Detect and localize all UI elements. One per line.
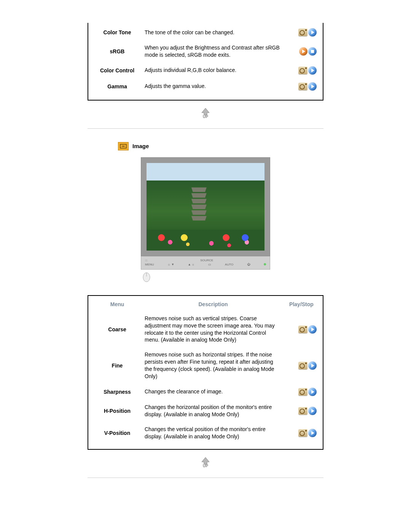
power-button[interactable]: ⏻ (247, 263, 250, 266)
menu-cell: V-Position (92, 422, 142, 444)
monitor-illustration: ::: SOURCE MENU ☼ ▼ ▲ ☼ ▭ AUTO ⏻ (141, 157, 270, 284)
description-cell: The tone of the color can be changed. (142, 24, 288, 40)
playstop-cell (288, 62, 319, 78)
menu-cell: sRGB (92, 40, 142, 62)
description-cell: Removes noise such as vertical stripes. … (142, 311, 284, 348)
play-icon[interactable] (308, 388, 317, 396)
playstop-cell (284, 347, 319, 384)
play-icon[interactable] (308, 429, 317, 437)
bright-down-button[interactable]: ☼ ▼ (167, 263, 174, 266)
description-cell: Changes the horizontal position of the m… (142, 400, 284, 422)
play-icon[interactable] (308, 407, 317, 415)
playstop-cell (288, 40, 319, 62)
header-description: Description (142, 297, 284, 311)
svg-marker-5 (202, 457, 209, 464)
color-table: Color ToneThe tone of the color can be c… (92, 24, 319, 94)
playstop-cell (288, 78, 319, 94)
bright-up-button[interactable]: ▲ ☼ (188, 263, 194, 266)
menu-cell: Color Tone (92, 24, 142, 40)
camera-icon[interactable] (298, 388, 307, 396)
camera-icon[interactable] (298, 326, 307, 333)
monitor-button-panel: ::: SOURCE MENU ☼ ▼ ▲ ☼ ▭ AUTO ⏻ (141, 256, 270, 270)
camera-icon[interactable] (298, 362, 307, 369)
menu-cell: Color Control (92, 62, 142, 78)
table-row: CoarseRemoves noise such as vertical str… (92, 311, 319, 348)
divider (88, 128, 323, 129)
image-table-box: Menu Description Play/Stop CoarseRemoves… (88, 295, 323, 450)
svg-text:UP: UP (203, 464, 208, 468)
lantern-red (158, 234, 165, 241)
svg-marker-0 (202, 108, 209, 115)
table-row: GammaAdjusts the gamma value. (92, 78, 319, 94)
play-icon[interactable] (308, 28, 317, 37)
table-row: SharpnessChanges the clearance of image. (92, 384, 319, 400)
image-section-icon (118, 142, 129, 150)
pagoda-graphic (191, 187, 207, 225)
table-row: sRGBWhen you adjust the Brightness and C… (92, 40, 319, 62)
header-menu: Menu (92, 297, 142, 311)
lantern-red-2 (223, 234, 229, 241)
description-cell: When you adjust the Brightness and Contr… (142, 40, 288, 62)
panel-dots: ::: (145, 259, 148, 262)
up-icon[interactable]: UP (197, 457, 214, 468)
description-cell: Changes the clearance of image. (142, 384, 284, 400)
lantern-blue (242, 234, 249, 241)
play-icon[interactable] (299, 47, 307, 56)
playstop-cell (284, 400, 319, 422)
mouse-icon (141, 271, 152, 283)
menu-button[interactable]: MENU (145, 263, 154, 266)
table-row: Color ControlAdjusts individual R,G,B co… (92, 62, 319, 78)
description-cell: Removes noise such as horizontal stripes… (142, 347, 284, 384)
auto-button[interactable]: AUTO (225, 263, 233, 266)
enter-button[interactable]: ▭ (208, 263, 211, 266)
color-table-box: Color ToneThe tone of the color can be c… (88, 23, 323, 101)
table-row: H-PositionChanges the horizontal positio… (92, 400, 319, 422)
source-label: SOURCE (200, 259, 213, 262)
menu-cell: H-Position (92, 400, 142, 422)
camera-icon[interactable] (298, 429, 307, 437)
monitor-bezel (141, 157, 270, 256)
image-section-header: Image (118, 142, 323, 150)
description-cell: Changes the vertical position of the mon… (142, 422, 284, 444)
playstop-cell (284, 384, 319, 400)
monitor-screen (147, 163, 264, 251)
divider (88, 478, 323, 478)
stop-icon[interactable] (308, 47, 317, 56)
play-icon[interactable] (308, 66, 317, 75)
svg-text:UP: UP (203, 115, 208, 119)
camera-icon[interactable] (298, 67, 307, 74)
table-header-row: Menu Description Play/Stop (92, 297, 319, 311)
playstop-cell (288, 24, 319, 40)
menu-cell: Gamma (92, 78, 142, 94)
playstop-cell (284, 311, 319, 348)
play-icon[interactable] (308, 325, 317, 334)
page-content: Color ToneThe tone of the color can be c… (88, 23, 323, 478)
playstop-cell (284, 422, 319, 444)
header-playstop: Play/Stop (284, 297, 319, 311)
up-icon[interactable]: UP (197, 107, 214, 119)
table-row: FineRemoves noise such as horizontal str… (92, 347, 319, 384)
camera-icon[interactable] (298, 83, 307, 90)
play-icon[interactable] (308, 361, 317, 370)
menu-cell: Coarse (92, 311, 142, 348)
table-row: V-PositionChanges the vertical position … (92, 422, 319, 444)
description-cell: Adjusts individual R,G,B color balance. (142, 62, 288, 78)
image-section-title: Image (132, 143, 149, 149)
power-led (264, 263, 266, 265)
description-cell: Adjusts the gamma value. (142, 78, 288, 94)
menu-cell: Fine (92, 347, 142, 384)
image-table: Menu Description Play/Stop CoarseRemoves… (92, 297, 319, 444)
camera-icon[interactable] (298, 407, 307, 415)
table-row: Color ToneThe tone of the color can be c… (92, 24, 319, 40)
menu-cell: Sharpness (92, 384, 142, 400)
play-icon[interactable] (308, 82, 317, 91)
lantern-yellow (181, 234, 188, 241)
camera-icon[interactable] (298, 29, 307, 36)
